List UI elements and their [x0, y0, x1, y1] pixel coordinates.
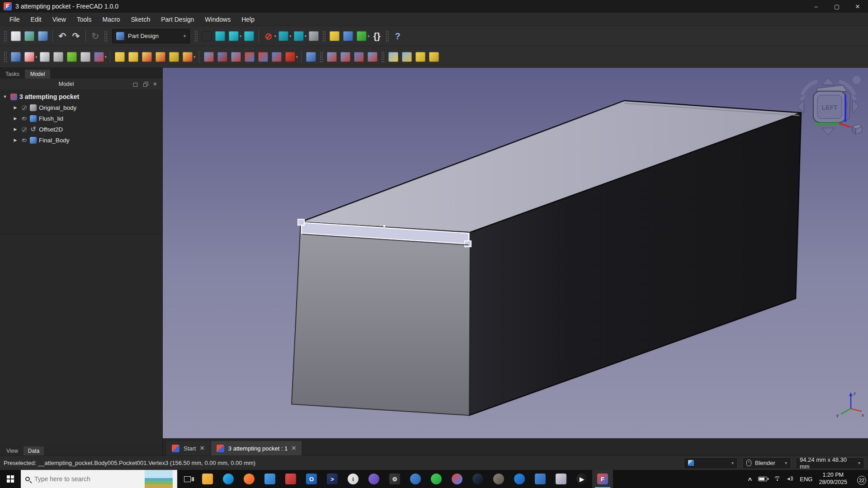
subtractive-primitive[interactable]: [283, 50, 297, 64]
toolbar-grip[interactable]: [4, 52, 7, 62]
nav-home-icon[interactable]: [853, 76, 861, 84]
viewport-canvas[interactable]: LEFT FRONT: [163, 68, 868, 438]
zoom-tools[interactable]: [292, 29, 306, 43]
store-app[interactable]: [280, 470, 301, 488]
groove[interactable]: [229, 50, 243, 64]
3d-viewport[interactable]: LEFT FRONT: [163, 68, 868, 438]
preselected-vertex[interactable]: [383, 225, 386, 227]
language-indicator[interactable]: ENG: [800, 476, 812, 483]
volume-icon[interactable]: [787, 476, 793, 482]
menu-item[interactable]: Sketch: [126, 14, 155, 25]
tree-expander-icon[interactable]: ▶: [12, 116, 19, 121]
tree-row[interactable]: ▶ ↺ Offset2D: [2, 124, 162, 135]
wifi-icon[interactable]: [774, 476, 781, 482]
save-file[interactable]: [36, 29, 50, 43]
toolbar-grip[interactable]: [194, 31, 198, 42]
validate-sketch[interactable]: [38, 50, 52, 64]
measure[interactable]: [307, 29, 321, 43]
undo[interactable]: ↶: [56, 29, 69, 43]
tree-row[interactable]: ▼ 3 attempting pocket: [2, 91, 162, 102]
navigation-style-selector[interactable]: Blender ▾: [742, 457, 791, 469]
media-player[interactable]: ▶: [571, 470, 592, 488]
clipping-plane[interactable]: ⊘: [262, 29, 275, 43]
minimize-button[interactable]: –: [806, 0, 826, 13]
dock-tab[interactable]: Model: [25, 70, 51, 79]
toolbar-grip[interactable]: [104, 31, 108, 42]
pad[interactable]: [113, 50, 127, 64]
close-tab-icon[interactable]: ×: [292, 444, 296, 452]
calculator[interactable]: [530, 470, 551, 488]
taskbar-search[interactable]: [21, 470, 177, 488]
tree-row[interactable]: ▶ Flush_lid: [2, 113, 162, 124]
draft[interactable]: [352, 50, 366, 64]
fit-all[interactable]: [200, 29, 213, 43]
menu-item[interactable]: View: [47, 14, 71, 25]
create-sketch[interactable]: [23, 50, 36, 64]
make-link[interactable]: [355, 29, 368, 43]
additive-helix[interactable]: [167, 50, 181, 64]
gimp-app[interactable]: [488, 470, 509, 488]
sub-shape-binder[interactable]: [65, 50, 79, 64]
info-app[interactable]: i: [343, 470, 363, 488]
boolean-operation[interactable]: [304, 50, 318, 64]
paint-app[interactable]: [551, 470, 571, 488]
menu-item[interactable]: File: [5, 14, 25, 25]
fillet[interactable]: [325, 50, 339, 64]
multi-transform[interactable]: [427, 50, 441, 64]
tree-expander-icon[interactable]: ▶: [12, 127, 19, 131]
steam[interactable]: [467, 470, 488, 488]
task-view-button[interactable]: [177, 470, 197, 488]
workbench-selector[interactable]: Part Design ▾: [112, 29, 190, 43]
sync-view[interactable]: [242, 29, 256, 43]
pocket[interactable]: [202, 50, 216, 64]
open-file[interactable]: [23, 29, 36, 43]
mirrored[interactable]: [387, 50, 400, 64]
mail-app[interactable]: [259, 470, 280, 488]
refresh[interactable]: ↻: [89, 29, 102, 43]
toolbar-grip[interactable]: [322, 31, 326, 42]
whats-this[interactable]: ?: [391, 29, 405, 43]
hole[interactable]: [216, 50, 229, 64]
battery-icon[interactable]: [758, 477, 767, 481]
whatsapp[interactable]: [426, 470, 447, 488]
menu-item[interactable]: Macro: [97, 14, 125, 25]
chrome-browser[interactable]: [447, 470, 467, 488]
device-app[interactable]: [405, 470, 426, 488]
file-explorer[interactable]: [197, 470, 218, 488]
menu-item[interactable]: Windows: [200, 14, 236, 25]
subtractive-loft[interactable]: [243, 50, 256, 64]
document-tab[interactable]: Start ×: [166, 441, 210, 455]
toolbar-grip[interactable]: [4, 31, 7, 42]
new-file[interactable]: [9, 29, 23, 43]
clock[interactable]: 1:20 PM 28/09/2025: [819, 472, 847, 486]
axonometric-view[interactable]: [227, 29, 241, 43]
thickness[interactable]: [366, 50, 379, 64]
subtractive-pipe[interactable]: [256, 50, 270, 64]
menu-item[interactable]: Help: [236, 14, 259, 25]
tree-row[interactable]: ▶ Original_body: [2, 102, 162, 113]
tree-expander-icon[interactable]: ▶: [12, 138, 19, 142]
start-button[interactable]: [0, 470, 21, 488]
expression-editor[interactable]: {}: [370, 29, 384, 43]
search-weather-image[interactable]: [145, 470, 173, 488]
polar-pattern[interactable]: [414, 50, 427, 64]
zoom-selection[interactable]: [213, 29, 227, 43]
powershell[interactable]: >: [322, 470, 343, 488]
additive-loft[interactable]: [140, 50, 154, 64]
additive-primitive[interactable]: [181, 50, 194, 64]
toolbar-grip[interactable]: [320, 52, 323, 62]
create-body[interactable]: [9, 50, 23, 64]
close-button[interactable]: ✕: [847, 0, 868, 13]
firefox-browser[interactable]: [239, 470, 259, 488]
draw-style-selector[interactable]: ▾: [684, 457, 738, 469]
tree-row[interactable]: ▶ Final_Body: [2, 135, 162, 145]
box-selection[interactable]: [277, 29, 290, 43]
freecad[interactable]: F: [592, 470, 613, 488]
revolution[interactable]: [127, 50, 140, 64]
music-app[interactable]: [363, 470, 384, 488]
create-group[interactable]: [341, 29, 355, 43]
clone[interactable]: [79, 50, 92, 64]
tree-expander-icon[interactable]: ▶: [12, 105, 19, 110]
close-panel-icon[interactable]: ×: [153, 81, 160, 87]
outlook[interactable]: O: [301, 470, 322, 488]
